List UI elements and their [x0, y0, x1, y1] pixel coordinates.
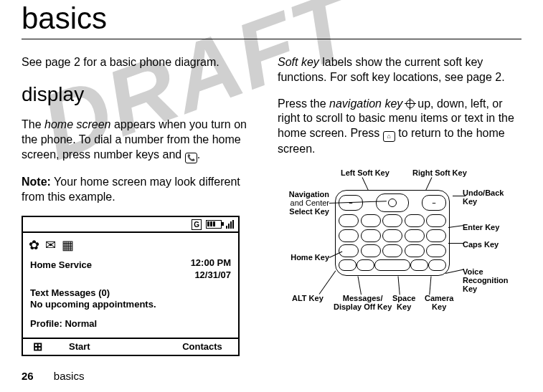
label-undo-back: Undo/BackKey: [463, 188, 504, 206]
label-voice-key: VoiceRecognitionKey: [463, 267, 509, 293]
display-paragraph: The home screen appears when you turn on…: [22, 118, 249, 163]
home-screen-term: home screen: [44, 118, 111, 130]
navigation-paragraph: Press the navigation key up, down, left,…: [278, 97, 521, 157]
service-label: Home Service: [30, 259, 92, 270]
label-camera-key: CameraKey: [425, 294, 453, 311]
label-enter-key: Enter Key: [463, 223, 499, 231]
leader-line: [398, 276, 400, 295]
note-body: Your home screen may look different from…: [22, 176, 240, 203]
home-key-icon: ⌂: [383, 131, 395, 142]
right-column: Soft key labels show the current soft ke…: [278, 55, 521, 356]
page-content: basics See page 2 for a basic phone diag…: [0, 0, 543, 356]
leader-line: [429, 276, 431, 295]
label-right-soft-key: Right Soft Key: [412, 168, 467, 177]
nav-key-term: navigation key: [329, 97, 402, 110]
text: .: [197, 148, 200, 161]
navigation-key-icon: [406, 100, 415, 108]
note-label: Note:: [22, 176, 51, 188]
display-heading: display: [22, 82, 249, 107]
phone-screen-mockup: G ✿ ✉ ▦ 12:00 PM12/31/07: [22, 216, 240, 356]
page-title: basics: [22, 0, 521, 36]
softkey-bar: ⊞ Start Contacts: [23, 338, 238, 355]
signal-icon: [226, 220, 234, 229]
label-home-key: Home Key: [278, 253, 329, 262]
label-alt-key: ALT Key: [292, 294, 324, 302]
leader-line: [319, 270, 336, 294]
keypad-outline: – –: [335, 190, 450, 276]
profile-line: Profile: Normal: [30, 318, 231, 330]
leader-line: [362, 177, 369, 191]
leader-line: [425, 177, 432, 191]
right-softkey-label: Contacts: [166, 341, 238, 353]
nav-pad-shape: [376, 193, 409, 212]
label-space-key: SpaceKey: [392, 294, 415, 311]
mail-icon: ✉: [45, 237, 56, 254]
softkey-term: Soft key: [278, 56, 319, 68]
left-softkey-label: Start: [52, 341, 166, 353]
gear-icon: ✿: [29, 237, 39, 254]
softkey-paragraph: Soft key labels show the current soft ke…: [278, 55, 521, 85]
intro-paragraph: See page 2 for a basic phone diagram.: [22, 55, 249, 70]
leader-line: [448, 243, 464, 244]
clock-readout: 12:00 PM12/31/07: [191, 257, 231, 282]
footer-section: basics: [54, 370, 85, 382]
label-left-soft-key: Left Soft Key: [341, 168, 389, 177]
g-badge-icon: G: [192, 219, 202, 230]
battery-icon: [206, 220, 222, 229]
calendar-icon: ▦: [62, 237, 74, 254]
text: Press the: [278, 97, 329, 110]
title-rule: [22, 39, 521, 39]
leader-line: [358, 276, 362, 295]
phone-body: 12:00 PM12/31/07 Home Service Text Messa…: [23, 254, 238, 338]
leader-line: [453, 196, 466, 196]
note-paragraph: Note: Your home screen may look differen…: [22, 175, 249, 205]
label-nav-center: Navigation and Center Select Key: [278, 190, 329, 216]
left-column: See page 2 for a basic phone diagram. di…: [22, 55, 249, 356]
dial-send-key-icon: 📞: [185, 153, 197, 163]
label-messages-display-off: Messages/Display Off Key: [334, 294, 392, 311]
text: The: [22, 118, 44, 130]
status-icon-row: ✿ ✉ ▦: [23, 233, 238, 254]
windows-icon: ⊞: [23, 340, 52, 355]
appointments-line: No upcoming appointments.: [30, 299, 231, 311]
page-footer: 26 basics: [22, 370, 84, 382]
leader-line: [448, 225, 464, 228]
text-messages-line: Text Messages (0): [30, 287, 231, 300]
label-caps-key: Caps Key: [463, 240, 499, 249]
keypad-diagram: – – Left Soft Key Right Soft Key Navigat…: [278, 168, 521, 333]
page-number: 26: [22, 370, 34, 382]
right-soft-key-shape: –: [422, 195, 446, 211]
status-bar: G: [23, 217, 238, 233]
